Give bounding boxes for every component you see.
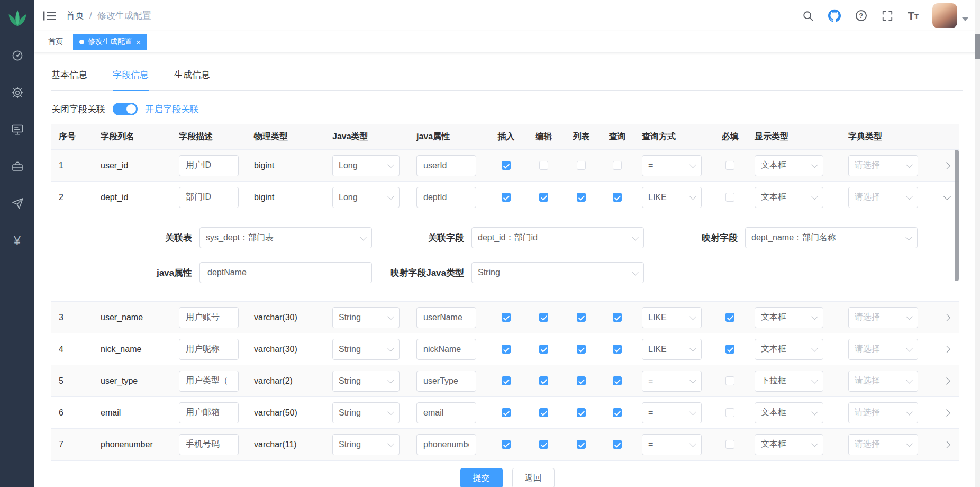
column-desc-input[interactable] (179, 155, 239, 176)
submit-button[interactable]: 提交 (460, 468, 503, 487)
expand-icon[interactable] (942, 408, 952, 418)
query-type-select[interactable]: LIKE (642, 307, 702, 328)
page-scrollbar[interactable] (975, 0, 980, 487)
query-type-select[interactable]: LIKE (642, 187, 702, 208)
mapping-field-select[interactable]: dept_name：部门名称 (745, 227, 918, 248)
java-attr-input[interactable] (416, 307, 476, 328)
java-attr-input[interactable] (416, 371, 476, 392)
list-checkbox[interactable] (577, 376, 586, 385)
yen-icon[interactable]: ¥ (11, 234, 24, 248)
relation-on-label[interactable]: 开启字段关联 (145, 103, 199, 115)
mapping-java-type-select[interactable]: String (471, 262, 644, 283)
relation-table-select[interactable]: sys_dept：部门表 (199, 227, 372, 248)
column-desc-input[interactable] (179, 307, 239, 328)
query-type-select[interactable]: LIKE (642, 339, 702, 360)
tag-close-icon[interactable]: × (136, 38, 141, 46)
back-button[interactable]: 返回 (512, 468, 555, 487)
help-icon[interactable] (855, 10, 867, 22)
column-desc-input[interactable] (179, 402, 239, 423)
query-type-select[interactable]: = (642, 155, 702, 176)
gear-icon[interactable] (11, 86, 24, 100)
query-checkbox[interactable] (613, 161, 622, 170)
expand-icon[interactable] (942, 439, 952, 450)
required-checkbox[interactable] (725, 345, 734, 354)
query-type-select[interactable]: = (642, 434, 702, 455)
dict-type-select[interactable]: 请选择 (848, 155, 918, 176)
font-size-icon[interactable] (908, 10, 919, 21)
query-checkbox[interactable] (613, 193, 622, 202)
query-type-select[interactable]: = (642, 402, 702, 423)
fullscreen-icon[interactable] (881, 10, 894, 22)
sidebar-fold-icon[interactable] (43, 10, 57, 22)
dict-type-select[interactable]: 请选择 (848, 434, 918, 455)
column-desc-input[interactable] (179, 187, 239, 208)
java-attr-input[interactable] (416, 155, 476, 176)
breadcrumb-home[interactable]: 首页 (66, 10, 84, 22)
tag-active[interactable]: 修改生成配置 × (73, 34, 147, 50)
required-checkbox[interactable] (725, 440, 734, 449)
java-type-select[interactable]: Long (332, 155, 400, 176)
query-checkbox[interactable] (613, 313, 622, 322)
expand-icon[interactable] (942, 192, 952, 203)
dict-type-select[interactable]: 请选择 (848, 402, 918, 423)
edit-checkbox[interactable] (539, 161, 548, 170)
dict-type-select[interactable]: 请选择 (848, 187, 918, 208)
edit-checkbox[interactable] (539, 313, 548, 322)
github-icon[interactable] (828, 10, 841, 22)
insert-checkbox[interactable] (502, 376, 511, 385)
insert-checkbox[interactable] (502, 313, 511, 322)
java-type-select[interactable]: String (332, 402, 400, 423)
java-type-select[interactable]: Long (332, 187, 400, 208)
insert-checkbox[interactable] (502, 161, 511, 170)
list-checkbox[interactable] (577, 161, 586, 170)
list-checkbox[interactable] (577, 440, 586, 449)
user-menu[interactable] (932, 3, 968, 28)
edit-checkbox[interactable] (539, 345, 548, 354)
column-desc-input[interactable] (179, 434, 239, 455)
query-checkbox[interactable] (613, 440, 622, 449)
java-attr-input[interactable] (416, 402, 476, 423)
monitor-icon[interactable] (11, 123, 24, 137)
expand-icon[interactable] (942, 312, 952, 323)
java-attr-input[interactable] (416, 339, 476, 360)
display-type-select[interactable]: 文本框 (755, 155, 823, 176)
insert-checkbox[interactable] (502, 193, 511, 202)
insert-checkbox[interactable] (502, 345, 511, 354)
edit-checkbox[interactable] (539, 376, 548, 385)
required-checkbox[interactable] (725, 193, 734, 202)
relation-field-select[interactable]: dept_id：部门id (471, 227, 644, 248)
java-attr-input[interactable] (416, 187, 476, 208)
list-checkbox[interactable] (577, 313, 586, 322)
column-desc-input[interactable] (179, 339, 239, 360)
mapping-java-attr-input[interactable] (199, 262, 372, 283)
display-type-select[interactable]: 文本框 (755, 402, 823, 423)
edit-checkbox[interactable] (539, 408, 548, 417)
required-checkbox[interactable] (725, 408, 734, 417)
dict-type-select[interactable]: 请选择 (848, 339, 918, 360)
list-checkbox[interactable] (577, 193, 586, 202)
java-type-select[interactable]: String (332, 371, 400, 392)
display-type-select[interactable]: 文本框 (755, 434, 823, 455)
java-type-select[interactable]: String (332, 339, 400, 360)
display-type-select[interactable]: 文本框 (755, 307, 823, 328)
page-scrollbar-thumb[interactable] (975, 34, 980, 59)
required-checkbox[interactable] (725, 313, 734, 322)
insert-checkbox[interactable] (502, 440, 511, 449)
tag-home[interactable]: 首页 (42, 34, 69, 50)
insert-checkbox[interactable] (502, 408, 511, 417)
tab-field-info[interactable]: 字段信息 (113, 62, 149, 90)
send-icon[interactable] (11, 197, 24, 211)
java-attr-input[interactable] (416, 434, 476, 455)
expand-icon[interactable] (942, 344, 952, 355)
query-checkbox[interactable] (613, 408, 622, 417)
expand-icon[interactable] (942, 160, 952, 171)
query-checkbox[interactable] (613, 376, 622, 385)
edit-checkbox[interactable] (539, 193, 548, 202)
relation-switch[interactable] (113, 103, 138, 115)
dict-type-select[interactable]: 请选择 (848, 307, 918, 328)
expand-icon[interactable] (942, 376, 952, 386)
dashboard-icon[interactable] (11, 49, 24, 62)
required-checkbox[interactable] (725, 376, 734, 385)
list-checkbox[interactable] (577, 345, 586, 354)
display-type-select[interactable]: 文本框 (755, 339, 823, 360)
